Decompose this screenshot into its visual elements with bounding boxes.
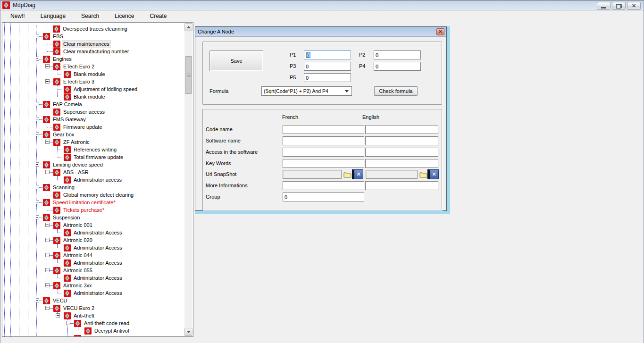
tree-node-scanning[interactable]: Scanning [37, 184, 184, 191]
tree-node-administrator-access[interactable]: Administrator Access [58, 229, 184, 236]
code-name-english-input[interactable] [365, 125, 438, 134]
access-in-the-software-english-input[interactable] [365, 148, 438, 157]
collapse-minus-box[interactable] [36, 117, 39, 121]
tree-node-global-memory-defect-clearing[interactable]: Global memory defect clearing [47, 191, 184, 199]
more-informations-english-input[interactable] [365, 181, 438, 190]
menu-item-new[interactable]: New!! [7, 12, 28, 20]
tree-node-administrator-access[interactable]: Administrator Access [58, 274, 184, 282]
tree-node-airtronic-3xx[interactable]: Airtronic 3xx [47, 282, 184, 289]
tree-node-clear-manufacturing-number[interactable]: Clear manufacturing number [47, 48, 184, 55]
tree-node-ebs[interactable]: EBS [37, 33, 184, 40]
close-button[interactable]: ✕ [627, 2, 641, 10]
menu-item-language[interactable]: Language [37, 12, 69, 20]
tree-node-gear-box[interactable]: Gear box [37, 131, 184, 138]
tree-node-zf-astronic[interactable]: ZF Astronic [47, 138, 184, 146]
formula-combobox[interactable]: (Sqrt(Code*P1) + P2) And P4 [261, 86, 352, 96]
collapse-minus-box[interactable] [45, 238, 50, 242]
tree-node-administrator-access[interactable]: Administrator access [58, 176, 184, 184]
tree-node-setting-anti-theft-off[interactable]: Setting anti-theft off* [68, 335, 184, 336]
collapse-minus-box[interactable] [45, 79, 50, 84]
check-formula-button[interactable]: Check formula [374, 86, 418, 96]
tree-node-administrator-access[interactable]: Administrator Access [58, 244, 184, 251]
tree-node-total-firmware-update[interactable]: Total firmware update [58, 153, 184, 161]
tree-node-etech-euro-3[interactable]: ETech Euro 3 [47, 78, 184, 85]
tree-node-abs-asr[interactable]: ABS - ASR [47, 168, 184, 176]
menu-item-create[interactable]: Create [146, 12, 170, 20]
url-snapshot-english-clear-button[interactable]: ✕ [427, 169, 439, 179]
tree-node-firmware-update[interactable]: Firmware update [47, 123, 184, 131]
tree-node-tickets-purchase[interactable]: Tickets purchase* [47, 206, 184, 214]
url-snapshot-french-clear-button[interactable]: ✕ [352, 169, 363, 179]
tree-node-administrator-access[interactable]: Administrator Access [58, 259, 184, 267]
dialog-titlebar[interactable]: Change A Node ✕ [195, 27, 446, 37]
p5-input[interactable] [304, 73, 351, 82]
tree-node-clear-maintenances[interactable]: Clear maintenances [47, 40, 184, 48]
collapse-minus-box[interactable] [36, 185, 39, 189]
tree-node-airtronic-020[interactable]: Airtronic 020 [47, 236, 184, 244]
collapse-minus-box[interactable] [45, 306, 50, 310]
restore-button[interactable] [612, 2, 626, 10]
tree-node-decrypt-antivol[interactable]: Decrypt Antivol [78, 327, 184, 335]
tree-node-anti-theft[interactable]: Anti-theft [58, 312, 184, 319]
tree-node-limiting-device-speed[interactable]: Limiting device speed [37, 161, 184, 168]
collapse-minus-box[interactable] [45, 64, 50, 68]
collapse-minus-box[interactable] [36, 102, 39, 106]
collapse-minus-box[interactable] [45, 268, 50, 272]
scroll-up-button[interactable] [184, 23, 192, 31]
key-words-french-input[interactable] [283, 159, 364, 168]
collapse-minus-box[interactable] [56, 313, 60, 318]
collapse-minus-box[interactable] [36, 215, 39, 219]
collapse-minus-box[interactable] [36, 34, 39, 38]
collapse-minus-box[interactable] [36, 132, 39, 136]
tree-node-blank-module[interactable]: Blank module [58, 93, 184, 100]
tree-node-suspension[interactable]: Suspension [37, 214, 184, 221]
tree-node-vecu[interactable]: VECU [37, 297, 184, 304]
menu-item-search[interactable]: Search [78, 12, 102, 20]
collapse-minus-box[interactable] [45, 223, 50, 227]
software-name-french-input[interactable] [283, 136, 364, 145]
url-snapshot-english-browse-button[interactable] [419, 171, 427, 178]
collapse-minus-box[interactable] [36, 57, 39, 61]
software-name-english-input[interactable] [365, 136, 438, 145]
tree-node-fms-gateway[interactable]: FMS Gateway [37, 116, 184, 123]
scroll-down-button[interactable] [184, 328, 192, 336]
minimize-button[interactable] [597, 2, 611, 10]
collapse-minus-box[interactable] [45, 140, 50, 144]
tree-node-references-writing[interactable]: References writing [58, 146, 184, 153]
collapse-minus-box[interactable] [45, 253, 50, 257]
tree-vertical-scrollbar[interactable] [184, 23, 192, 336]
tree-node-anti-theft-code-read[interactable]: Anti-theft code read [68, 319, 184, 327]
url-snapshot-french-browse-button[interactable] [343, 171, 351, 178]
tree-node-administrator-access[interactable]: Administrator Access [58, 289, 184, 297]
tree-node-adjustment-of-iddling-speed[interactable]: Adjustment of iddling speed [58, 85, 184, 93]
group-input[interactable] [283, 192, 364, 201]
collapse-minus-box[interactable] [66, 321, 70, 325]
tree-node-airtronic-055[interactable]: Airtronic 055 [47, 267, 184, 274]
collapse-minus-box[interactable] [36, 200, 39, 204]
p4-input[interactable] [374, 62, 421, 71]
p1-input[interactable]: 0 [304, 50, 351, 59]
access-in-the-software-french-input[interactable] [283, 148, 364, 157]
code-name-french-input[interactable] [283, 125, 364, 134]
collapse-minus-box[interactable] [45, 170, 50, 174]
p3-input[interactable] [304, 62, 351, 71]
more-informations-french-input[interactable] [283, 181, 364, 190]
tree-node-speed-limitation-certificate[interactable]: Speed limitation certificate* [37, 199, 184, 206]
tree-node-vecu-euro-2[interactable]: VECU Euro 2 [47, 304, 184, 312]
key-words-english-input[interactable] [365, 159, 438, 168]
tree-node-overspeed-traces-cleanning[interactable]: Overspeed traces cleanning [47, 25, 184, 33]
tree-node-fap-comela[interactable]: FAP Comela [37, 100, 184, 108]
scrollbar-thumb[interactable] [185, 56, 192, 94]
tree-node-airtronic-044[interactable]: Airtronic 044 [47, 251, 184, 259]
collapse-minus-box[interactable] [36, 162, 39, 167]
save-button[interactable]: Save [209, 50, 263, 71]
tree-view[interactable]: Overspeed traces cleanningEBSClear maint… [36, 25, 184, 336]
p2-input[interactable] [374, 50, 421, 59]
tree-node-airtronic-001[interactable]: Airtronic 001 [47, 221, 184, 229]
tree-node-etech-euro-2[interactable]: ETech Euro 2 [47, 63, 184, 70]
tree-node-superuser-access[interactable]: Superuser access [47, 108, 184, 116]
url-snapshot-french-input[interactable] [283, 170, 342, 179]
collapse-minus-box[interactable] [36, 298, 39, 302]
menu-item-licence[interactable]: Licence [111, 12, 137, 20]
tree-node-blank-module[interactable]: Blank module [58, 70, 184, 78]
